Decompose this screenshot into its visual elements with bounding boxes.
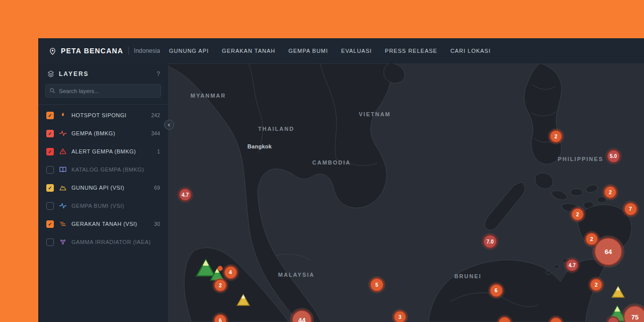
layers-sidebar: LAYERS ? ✓HOTSPOT SIPONGI242✓GEMPA (BMKG… bbox=[38, 63, 168, 322]
search-icon bbox=[49, 87, 56, 96]
layer-checkbox[interactable]: ✓ bbox=[46, 130, 54, 137]
event-cluster-marker[interactable]: 3 bbox=[393, 310, 407, 322]
layer-label: KATALOG GEMPA (BMKG) bbox=[71, 167, 144, 173]
map-pin-icon bbox=[48, 47, 57, 55]
nav-item-gempa-bumi[interactable]: GEMPA BUMI bbox=[288, 48, 328, 54]
book-icon bbox=[58, 166, 67, 174]
layer-checkbox[interactable]: ✓ bbox=[46, 184, 54, 192]
layer-checkbox[interactable] bbox=[46, 238, 54, 246]
navbar: PETA BENCANA Indonesia GUNUNG APIGERAKAN… bbox=[38, 38, 644, 63]
brand[interactable]: PETA BENCANA Indonesia bbox=[38, 47, 168, 55]
event-cluster-marker[interactable]: 4 bbox=[224, 266, 237, 279]
layers-header: LAYERS ? bbox=[38, 63, 168, 83]
layer-label: GERAKAN TANAH (VSI) bbox=[71, 221, 137, 227]
layer-list: ✓HOTSPOT SIPONGI242✓GEMPA (BMKG)344✓ALER… bbox=[38, 105, 168, 251]
layer-checkbox[interactable] bbox=[46, 202, 54, 210]
layers-help-button[interactable]: ? bbox=[156, 70, 160, 77]
layer-count: 30 bbox=[154, 221, 160, 227]
waveform-icon bbox=[58, 202, 67, 210]
layer-row-gempa-bumi-vsi-[interactable]: GEMPA BUMI (VSI) bbox=[38, 197, 168, 215]
nav-item-evaluasi[interactable]: EVALUASI bbox=[341, 48, 372, 54]
content: LAYERS ? ✓HOTSPOT SIPONGI242✓GEMPA (BMKG… bbox=[38, 63, 644, 322]
layer-checkbox[interactable]: ✓ bbox=[46, 148, 54, 155]
layers-icon bbox=[46, 70, 55, 78]
layer-count: 1 bbox=[157, 148, 160, 154]
layer-count: 69 bbox=[154, 185, 160, 191]
layer-checkbox[interactable]: ✓ bbox=[46, 220, 54, 228]
layer-row-gunung-api-vsi-[interactable]: ✓GUNUNG API (VSI)69 bbox=[38, 179, 168, 197]
layer-search bbox=[45, 84, 161, 98]
nav-item-gerakan-tanah[interactable]: GERAKAN TANAH bbox=[222, 48, 275, 54]
layer-checkbox[interactable] bbox=[46, 166, 54, 174]
layer-count: 242 bbox=[151, 112, 160, 118]
brand-region: Indonesia bbox=[134, 47, 160, 54]
layer-search-input[interactable] bbox=[45, 84, 161, 98]
app-window: PETA BENCANA Indonesia GUNUNG APIGERAKAN… bbox=[38, 38, 644, 322]
event-cluster-marker[interactable]: 2 bbox=[571, 208, 584, 221]
map-canvas[interactable]: MYANMARTHAILANDBangkokVIETNAMCAMBODIAMAL… bbox=[168, 63, 644, 322]
nav-item-press-release[interactable]: PRESS RELEASE bbox=[385, 48, 437, 54]
brand-divider bbox=[128, 47, 129, 55]
volcano-icon[interactable] bbox=[611, 286, 625, 300]
layer-checkbox[interactable]: ✓ bbox=[46, 112, 54, 119]
event-cluster-marker[interactable]: 2 bbox=[549, 130, 562, 143]
layer-row-katalog-gempa-bmkg-[interactable]: KATALOG GEMPA (BMKG) bbox=[38, 160, 168, 179]
layer-row-gempa-bmkg-[interactable]: ✓GEMPA (BMKG)344 bbox=[38, 124, 168, 142]
layer-label: GEMPA (BMKG) bbox=[71, 130, 115, 136]
earthquake-magnitude-marker[interactable]: 5.0 bbox=[607, 149, 620, 163]
layer-label: HOTSPOT SIPONGI bbox=[71, 112, 126, 118]
layer-row-gamma-irradiator-iaea-[interactable]: GAMMA IRRADIATOR (IAEA) bbox=[38, 233, 168, 251]
event-cluster-marker[interactable]: 2 bbox=[604, 186, 617, 199]
atom-icon bbox=[58, 238, 67, 246]
layer-label: ALERT GEMPA (BMKG) bbox=[71, 148, 136, 154]
event-cluster-marker[interactable]: 2 bbox=[590, 278, 603, 291]
layer-row-hotspot-sipongi[interactable]: ✓HOTSPOT SIPONGI242 bbox=[38, 106, 168, 124]
landslide-icon bbox=[58, 220, 67, 228]
nav-item-cari-lokasi[interactable]: CARI LOKASI bbox=[450, 48, 491, 54]
volcano-icon bbox=[58, 184, 67, 192]
event-cluster-marker[interactable]: 5 bbox=[370, 278, 384, 292]
layers-title: LAYERS bbox=[59, 70, 89, 77]
layer-label: GUNUNG API (VSI) bbox=[71, 185, 124, 191]
volcano-icon[interactable] bbox=[236, 294, 250, 308]
earthquake-magnitude-marker[interactable]: 7.0 bbox=[483, 234, 497, 249]
sidebar-collapse-button[interactable]: ‹ bbox=[164, 120, 174, 130]
chevron-left-icon: ‹ bbox=[168, 121, 170, 128]
layer-label: GEMPA BUMI (VSI) bbox=[71, 203, 124, 209]
event-cluster-marker[interactable]: 2 bbox=[214, 279, 227, 292]
map-base-landmass bbox=[168, 63, 644, 322]
waveform-icon bbox=[58, 129, 67, 137]
earthquake-magnitude-marker[interactable]: 4.7 bbox=[566, 259, 579, 272]
layer-count: 344 bbox=[151, 130, 160, 136]
flame-icon bbox=[58, 111, 67, 119]
brand-name: PETA BENCANA bbox=[61, 47, 123, 55]
event-cluster-marker[interactable]: 6 bbox=[490, 284, 503, 297]
alert-triangle-icon bbox=[58, 147, 67, 155]
layer-row-alert-gempa-bmkg-[interactable]: ✓ALERT GEMPA (BMKG)1 bbox=[38, 142, 168, 160]
event-cluster-marker[interactable] bbox=[217, 266, 223, 271]
layer-row-gerakan-tanah-vsi-[interactable]: ✓GERAKAN TANAH (VSI)30 bbox=[38, 215, 168, 233]
nav: GUNUNG APIGERAKAN TANAHGEMPA BUMIEVALUAS… bbox=[168, 48, 491, 54]
layer-label: GAMMA IRRADIATOR (IAEA) bbox=[71, 239, 151, 245]
earthquake-magnitude-marker[interactable]: 4.7 bbox=[179, 188, 192, 201]
event-cluster-marker[interactable]: 64 bbox=[594, 237, 622, 266]
event-cluster-marker[interactable]: 7 bbox=[624, 202, 637, 216]
nav-item-gunung-api[interactable]: GUNUNG API bbox=[169, 48, 209, 54]
